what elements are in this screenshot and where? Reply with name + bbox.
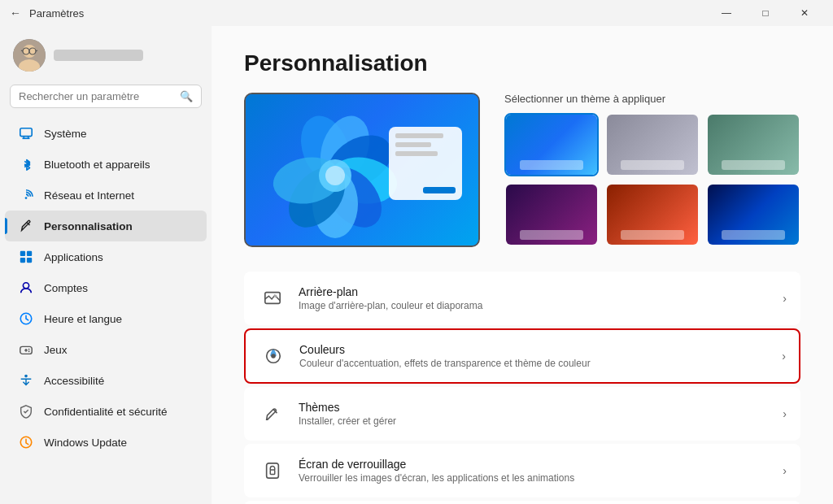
sidebar-item-jeux[interactable]: Jeux [5, 334, 207, 365]
svg-point-36 [325, 166, 345, 185]
theme-picker: Sélectionner un thème à appliquer [504, 93, 800, 246]
nav-item-label: Système [44, 128, 87, 140]
confidentialite-icon [18, 403, 34, 419]
close-button[interactable]: ✕ [786, 0, 823, 26]
svg-rect-17 [27, 258, 32, 263]
sidebar-item-windowsupdate[interactable]: Windows Update [5, 427, 207, 458]
theme-picker-label: Sélectionner un thème à appliquer [504, 93, 800, 105]
settings-item-text: Thèmes Installer, créer et gérer [299, 401, 776, 427]
nav-item-label: Personnalisation [44, 220, 133, 232]
svg-point-23 [28, 349, 30, 350]
sidebar-item-applications[interactable]: Applications [5, 241, 207, 272]
settings-item-text: Couleurs Couleur d'accentuation, effets … [299, 343, 775, 369]
theme-thumb-t6[interactable] [706, 183, 800, 246]
theme-preview [244, 93, 480, 247]
svg-rect-15 [27, 251, 32, 256]
win11-flower-icon [270, 111, 400, 241]
reseau-icon [18, 187, 34, 203]
titlebar-controls: — □ ✕ [708, 0, 823, 26]
nav-item-label: Heure et langue [44, 313, 122, 325]
chevron-right-icon: › [783, 407, 787, 420]
sidebar: 🔍 Système Bluetooth et appareils Réseau … [0, 26, 212, 504]
settings-item-themes[interactable]: Thèmes Installer, créer et gérer › [244, 387, 800, 441]
sidebar-username [54, 50, 143, 61]
chevron-right-icon: › [782, 350, 786, 363]
svg-point-18 [23, 283, 28, 289]
settings-item-subtitle: Couleur d'accentuation, effets de transp… [299, 358, 775, 369]
comptes-icon [18, 280, 34, 296]
theme-thumb-t5[interactable] [605, 183, 700, 246]
svg-point-40 [271, 354, 276, 358]
theme-preview-inner [246, 94, 478, 245]
sidebar-item-comptes[interactable]: Comptes [5, 272, 207, 303]
avatar [13, 39, 46, 72]
svg-point-25 [24, 375, 28, 378]
sidebar-item-systeme[interactable]: Système [5, 118, 207, 149]
nav-item-label: Réseau et Internet [44, 189, 134, 202]
svg-rect-43 [270, 470, 275, 475]
theme-thumb-t1[interactable] [504, 113, 599, 176]
svg-rect-14 [20, 251, 25, 256]
svg-rect-8 [20, 128, 32, 137]
theme-section: Sélectionner un thème à appliquer [244, 93, 800, 247]
sidebar-item-reseau[interactable]: Réseau et Internet [5, 180, 207, 211]
settings-list: Arrière-plan Image d'arrière-plan, coule… [244, 272, 800, 504]
sidebar-item-accessibilite[interactable]: Accessibilité [5, 365, 207, 396]
app-body: 🔍 Système Bluetooth et appareils Réseau … [0, 26, 833, 504]
settings-item-ecran-verrouillage[interactable]: Écran de verrouillage Verrouiller les im… [244, 444, 800, 497]
arriere-plan-icon [258, 284, 287, 313]
sidebar-item-heure[interactable]: Heure et langue [5, 303, 207, 334]
chevron-right-icon: › [783, 292, 787, 305]
svg-point-24 [28, 350, 30, 352]
systeme-icon [18, 125, 34, 141]
nav-item-label: Comptes [44, 282, 88, 294]
bluetooth-icon [18, 156, 34, 172]
chevron-right-icon: › [783, 464, 787, 477]
heure-icon [18, 311, 34, 327]
settings-item-subtitle: Verrouiller les images d'écran, les appl… [299, 472, 776, 484]
settings-item-arriere-plan[interactable]: Arrière-plan Image d'arrière-plan, coule… [244, 272, 800, 325]
minimize-button[interactable]: — [708, 0, 745, 26]
settings-item-title: Arrière-plan [299, 285, 776, 298]
titlebar-left: ← Paramètres [10, 7, 84, 20]
windowsupdate-icon [18, 434, 34, 450]
nav-item-label: Confidentialité et sécurité [44, 406, 168, 418]
theme-thumb-t4[interactable] [504, 183, 599, 246]
settings-item-title: Thèmes [299, 401, 776, 414]
theme-thumb-t2[interactable] [605, 113, 700, 176]
settings-item-text: Arrière-plan Image d'arrière-plan, coule… [299, 285, 776, 311]
page-title: Personnalisation [244, 50, 800, 76]
search-input[interactable] [19, 90, 173, 102]
back-button[interactable]: ← [10, 7, 21, 20]
accessibilite-icon [18, 372, 34, 389]
theme-thumb-t3[interactable] [706, 113, 800, 176]
settings-item-subtitle: Image d'arrière-plan, couleur et diapora… [299, 300, 776, 311]
personnalisation-icon [18, 218, 34, 234]
sidebar-item-bluetooth[interactable]: Bluetooth et appareils [5, 149, 207, 180]
nav-list: Système Bluetooth et appareils Réseau et… [0, 118, 212, 458]
nav-item-label: Accessibilité [44, 375, 104, 387]
couleurs-icon [259, 341, 288, 371]
win11-dialog-preview [389, 127, 462, 200]
maximize-button[interactable]: □ [747, 0, 784, 26]
nav-item-label: Windows Update [44, 437, 127, 449]
svg-point-12 [25, 197, 28, 199]
sidebar-item-confidentialite[interactable]: Confidentialité et sécurité [5, 396, 207, 427]
svg-rect-42 [267, 463, 279, 478]
nav-item-label: Jeux [44, 344, 68, 356]
theme-grid [504, 113, 800, 246]
svg-point-38 [274, 294, 277, 298]
applications-icon [18, 249, 34, 265]
settings-item-clavier-tactile[interactable]: Clavier tactile Thèmes, taille › [244, 501, 800, 504]
nav-item-label: Applications [44, 251, 103, 263]
ecran-verrouillage-icon [258, 456, 287, 485]
sidebar-user [0, 33, 212, 85]
settings-item-couleurs[interactable]: Couleurs Couleur d'accentuation, effets … [244, 328, 800, 384]
svg-rect-16 [20, 258, 25, 263]
jeux-icon [18, 341, 34, 358]
search-icon: 🔍 [180, 90, 193, 102]
settings-item-title: Écran de verrouillage [299, 458, 776, 471]
sidebar-item-personnalisation[interactable]: Personnalisation [5, 211, 207, 241]
main-content: Personnalisation [212, 26, 833, 504]
sidebar-search[interactable]: 🔍 [10, 85, 202, 108]
